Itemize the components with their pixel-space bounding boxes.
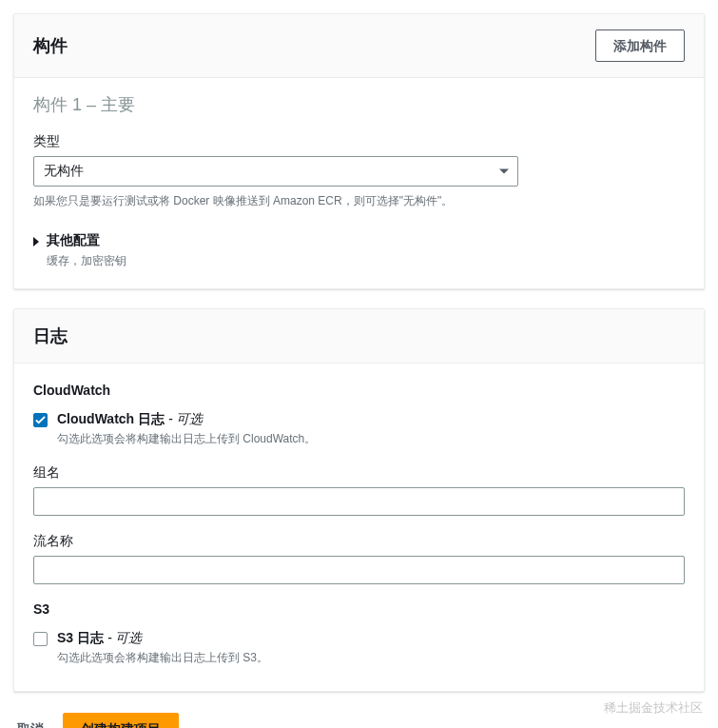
cloudwatch-checkbox-row: CloudWatch 日志 - 可选 勾选此选项会将构建输出日志上传到 Clou… [33,411,685,447]
artifact-section-title: 构件 1 – 主要 [33,93,685,116]
stream-name-field: 流名称 [33,533,685,584]
artifact-type-value[interactable]: 无构件 [33,156,518,187]
s3-checkbox-row: S3 日志 - 可选 勾选此选项会将构建输出日志上传到 S3。 [33,630,685,666]
logs-body: CloudWatch CloudWatch 日志 - 可选 勾选此选项会将构建输… [14,364,704,691]
group-name-field: 组名 [33,464,685,516]
logs-title: 日志 [33,325,68,347]
stream-name-input[interactable] [33,556,685,584]
cancel-button[interactable]: 取消 [17,714,44,728]
cloudwatch-hint: 勾选此选项会将构建输出日志上传到 CloudWatch。 [57,431,316,447]
caret-right-icon [33,237,39,246]
logs-panel: 日志 CloudWatch CloudWatch 日志 - 可选 勾选此选项会将… [13,308,705,692]
group-name-label: 组名 [33,464,685,482]
other-config-expander[interactable]: 其他配置 缓存，加密密钥 [33,232,685,269]
cloudwatch-checkbox[interactable] [33,413,48,427]
other-config-title: 其他配置 [47,232,126,249]
artifacts-header: 构件 添加构件 [14,14,704,78]
artifacts-panel: 构件 添加构件 构件 1 – 主要 类型 无构件 如果您只是要运行测试或将 Do… [13,13,705,289]
cloudwatch-section: CloudWatch [33,383,685,398]
logs-header: 日志 [14,309,704,364]
cloudwatch-label: CloudWatch 日志 - 可选 [57,411,203,426]
s3-checkbox[interactable] [33,632,48,646]
group-name-input[interactable] [33,487,685,516]
s3-hint: 勾选此选项会将构建输出日志上传到 S3。 [57,650,268,666]
stream-name-label: 流名称 [33,533,685,550]
type-hint: 如果您只是要运行测试或将 Docker 映像推送到 Amazon ECR，则可选… [33,192,685,209]
artifact-type-select[interactable]: 无构件 [33,156,518,187]
s3-section: S3 [33,601,685,617]
check-icon [35,415,46,425]
create-project-button[interactable]: 创建构建项目 [63,713,179,728]
artifacts-body: 构件 1 – 主要 类型 无构件 如果您只是要运行测试或将 Docker 映像推… [14,78,704,288]
type-label: 类型 [33,133,685,150]
other-config-sub: 缓存，加密密钥 [47,253,126,269]
artifacts-title: 构件 [33,34,68,57]
footer-actions: 取消 创建构建项目 [13,713,705,728]
s3-label: S3 日志 - 可选 [57,630,142,645]
add-artifact-button[interactable]: 添加构件 [595,30,685,62]
